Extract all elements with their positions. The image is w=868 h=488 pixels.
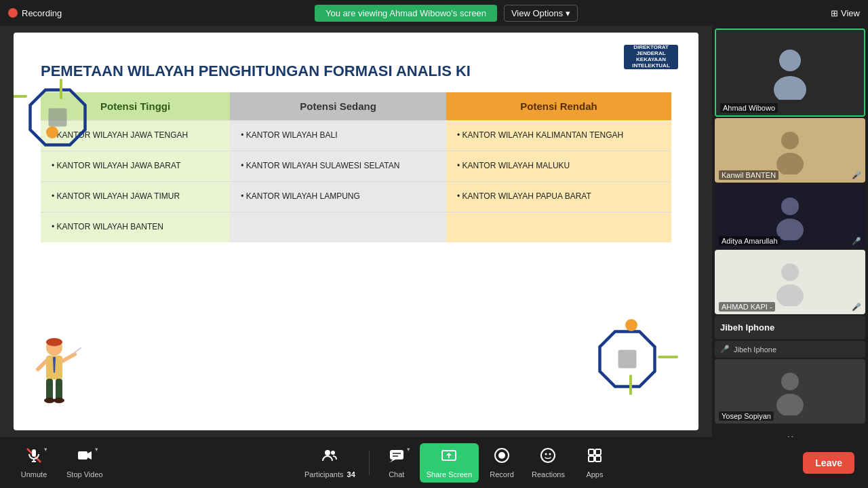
slide-inner: DIREKTORAT JENDERALKEKAYAAN INTELEKTUAL … xyxy=(14,33,698,430)
svg-line-13 xyxy=(38,361,46,369)
share-screen-button[interactable]: Share Screen xyxy=(420,443,479,483)
svg-point-10 xyxy=(54,398,64,403)
chat-button[interactable]: ▾ Chat xyxy=(376,443,417,483)
svg-point-40 xyxy=(498,452,505,459)
svg-rect-26 xyxy=(32,449,36,457)
unmute-button[interactable]: ▾ Unmute xyxy=(14,443,54,483)
participant-mic-muted-kanwil: 🎤 xyxy=(852,171,861,180)
sidebar-more-button[interactable]: ⌄ xyxy=(715,425,865,437)
svg-rect-46 xyxy=(589,456,594,462)
svg-rect-47 xyxy=(595,456,601,462)
svg-rect-3 xyxy=(618,350,637,369)
table-cell-sedang xyxy=(230,212,446,243)
svg-rect-7 xyxy=(46,379,53,400)
table-cell-sedang: KANTOR WILAYAH BALI xyxy=(230,121,446,151)
svg-point-18 xyxy=(776,153,804,174)
participants-label: Participants 34 xyxy=(304,470,355,478)
apps-icon xyxy=(587,447,603,468)
table-cell-rendah xyxy=(446,212,671,243)
stop-video-label: Stop Video xyxy=(66,470,103,478)
participant-tile-ahmad-kapi: AHMAD KAPI - 🎤 xyxy=(715,250,865,314)
slide-title-highlight: ANALIS KI xyxy=(396,62,471,79)
svg-point-16 xyxy=(774,76,806,100)
svg-point-22 xyxy=(776,284,804,306)
sidebar: Ahmad Wibowo Kanwil BANTEN 🎤 Aditya Amar… xyxy=(712,26,868,437)
table-cell-sedang: KANTOR WILAYAH SULAWESI SELATAN xyxy=(230,151,446,182)
mic-icon-jibeh: 🎤 xyxy=(720,345,730,354)
participant-mic-muted-aditya: 🎤 xyxy=(852,237,861,246)
svg-point-24 xyxy=(776,394,804,415)
svg-point-23 xyxy=(781,373,799,390)
svg-rect-33 xyxy=(390,450,403,459)
apps-button[interactable]: Apps xyxy=(574,443,615,483)
apps-label: Apps xyxy=(586,470,603,478)
participants-count: 34 xyxy=(347,470,355,478)
svg-rect-8 xyxy=(56,379,62,400)
participant-mic-muted-kapi: 🎤 xyxy=(852,303,861,312)
participants-button[interactable]: Participants 34 xyxy=(298,443,362,483)
reactions-button[interactable]: Reactions xyxy=(525,443,572,483)
unmute-label: Unmute xyxy=(21,470,47,478)
svg-point-15 xyxy=(779,50,801,71)
leave-button[interactable]: Leave xyxy=(803,452,854,474)
view-options-button[interactable]: View Options ▾ xyxy=(504,5,578,22)
svg-point-9 xyxy=(44,398,55,403)
jibeh-sub-name: Jibeh Iphone xyxy=(734,345,776,354)
jibeh-name: Jibeh Iphone xyxy=(720,322,860,333)
table-cell-tinggi: KANTOR WILAYAH BANTEN xyxy=(41,212,230,243)
svg-point-41 xyxy=(541,449,555,462)
participant-name-aditya: Aditya Amarullah xyxy=(719,236,781,246)
recording-dot xyxy=(8,8,18,18)
table-cell-tinggi: KANTOR WILAYAH JAWA TIMUR xyxy=(41,182,230,212)
presentation-area: DIREKTORAT JENDERALKEKAYAAN INTELEKTUAL … xyxy=(0,26,712,437)
deco-shape-topleft xyxy=(27,87,88,148)
participants-icon xyxy=(321,447,338,468)
table-cell-rendah: KANTOR WILAYAH PAPUA BARAT xyxy=(446,182,671,212)
stop-video-button[interactable]: ▾ Stop Video xyxy=(60,443,110,483)
svg-point-43 xyxy=(549,453,551,455)
recording-label: Recording xyxy=(22,8,62,18)
svg-rect-29 xyxy=(78,451,87,459)
microphone-muted-icon: ▾ xyxy=(26,447,42,468)
view-button[interactable]: ⊞ View xyxy=(831,8,860,18)
jibeh-sub-tile: 🎤 Jibeh Iphone xyxy=(715,341,865,358)
record-icon xyxy=(494,447,510,468)
participant-name-yosep: Yosep Sopiyan xyxy=(719,411,774,421)
svg-point-20 xyxy=(776,219,804,240)
participant-tile-jibeh-text: Jibeh Iphone xyxy=(715,316,865,339)
toolbar-divider-1 xyxy=(369,451,370,475)
svg-marker-34 xyxy=(390,459,395,462)
deco-shape-bottomright xyxy=(597,329,658,390)
table-cell-tinggi: KANTOR WILAYAH JAWA BARAT xyxy=(41,151,230,182)
slide-container: DIREKTORAT JENDERALKEKAYAAN INTELEKTUAL … xyxy=(14,33,698,430)
chevron-down-icon: ⌄ xyxy=(785,428,795,437)
share-screen-icon xyxy=(441,447,457,468)
svg-point-14 xyxy=(46,338,62,346)
svg-point-32 xyxy=(331,451,335,455)
svg-point-19 xyxy=(781,198,799,215)
svg-point-31 xyxy=(325,450,330,455)
record-button[interactable]: Record xyxy=(481,443,522,483)
screen-share-banner: You are viewing Ahmad Wibowo's screen xyxy=(315,5,497,22)
toolbar-left: ▾ Unmute ▾ Stop Video xyxy=(14,443,110,483)
participant-name-ahmad-kapi: AHMAD KAPI - xyxy=(719,302,775,312)
slide-title-area: PEMETAAN WILAYAH PENGHITUNGAN FORMASI AN… xyxy=(41,62,671,80)
recording-indicator: Recording xyxy=(8,8,62,18)
svg-rect-44 xyxy=(589,449,594,455)
svg-marker-38 xyxy=(446,453,452,458)
top-bar-right: ⊞ View xyxy=(831,8,860,18)
col-header-rendah: Potensi Rendah xyxy=(446,92,671,121)
bottom-toolbar: ▾ Unmute ▾ Stop Video xyxy=(0,437,868,488)
slide-logo: DIREKTORAT JENDERALKEKAYAAN INTELEKTUAL xyxy=(624,45,678,69)
participant-tile-yosep: Yosep Sopiyan xyxy=(715,359,865,424)
svg-marker-30 xyxy=(87,451,92,459)
participant-name-ahmad: Ahmad Wibowo xyxy=(720,103,778,113)
logo-box: DIREKTORAT JENDERALKEKAYAAN INTELEKTUAL xyxy=(624,45,678,69)
toolbar-center: Participants 34 ▾ Chat xyxy=(110,443,804,483)
participant-tile-kanwil-banten: Kanwil BANTEN 🎤 xyxy=(715,118,865,183)
table-cell-rendah: KANTOR WILAYAH KALIMANTAN TENGAH xyxy=(446,121,671,151)
record-label: Record xyxy=(490,470,513,478)
toolbar-right: Leave xyxy=(803,452,854,474)
col-header-sedang: Potensi Sedang xyxy=(230,92,446,121)
participant-tile-aditya: Aditya Amarullah 🎤 xyxy=(715,184,865,248)
